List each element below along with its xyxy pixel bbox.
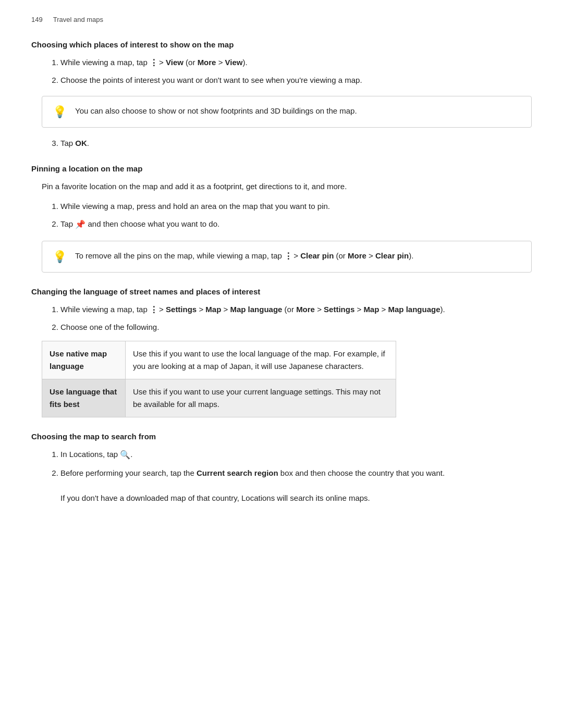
step-2-pinning: Tap 📌 and then choose what you want to d… [60, 218, 532, 231]
table-cell-fits-desc: Use this if you want to use your current… [126, 379, 396, 417]
tip-text-footprints: You can also choose to show or not show … [75, 105, 357, 117]
section-pinning: Pinning a location on the map Pin a favo… [31, 164, 532, 273]
pinning-description: Pin a favorite location on the map and a… [42, 180, 532, 193]
step-3-places: Tap OK. [60, 137, 532, 150]
table-cell-native-desc: Use this if you want to use the local la… [126, 341, 396, 379]
lightbulb-icon-2: 💡 [53, 250, 67, 264]
section-search-from: Choosing the map to search from In Locat… [31, 432, 532, 504]
step-1-search: In Locations, tap 🔍. [60, 448, 532, 462]
language-table: Use native map language Use this if you … [42, 341, 396, 417]
section-heading-pinning: Pinning a location on the map [31, 164, 532, 173]
section-heading-language: Changing the language of street names an… [31, 287, 532, 296]
tip-box-clear-pin: 💡 To remove all the pins on the map, whi… [42, 241, 532, 273]
note-search: If you don't have a downloaded map of th… [60, 493, 370, 502]
step-2-language: Choose one of the following. [60, 321, 532, 334]
page-header: 149 Travel and maps [31, 16, 532, 23]
section-places-of-interest: Choosing which places of interest to sho… [31, 40, 532, 150]
lightbulb-icon-1: 💡 [53, 105, 67, 119]
page-title: Travel and maps [53, 16, 103, 23]
menu-icon-1: ⋮ [150, 59, 157, 67]
table-row-native: Use native map language Use this if you … [42, 341, 396, 379]
search-icon: 🔍 [120, 448, 130, 462]
step-1-language: While viewing a map, tap ⋮ > Settings > … [60, 303, 532, 316]
pin-icon: 📌 [75, 218, 85, 231]
section-heading-places: Choosing which places of interest to sho… [31, 40, 532, 49]
tip-box-footprints: 💡 You can also choose to show or not sho… [42, 96, 532, 128]
menu-icon-3: ⋮ [150, 306, 157, 314]
section-language: Changing the language of street names an… [31, 287, 532, 417]
section-heading-search-from: Choosing the map to search from [31, 432, 532, 441]
step-2-places: Choose the points of interest you want o… [60, 74, 532, 87]
table-cell-fits-label: Use language that fits best [42, 379, 126, 417]
step-1-pinning: While viewing a map, press and hold an a… [60, 200, 532, 213]
step-2-search: Before performing your search, tap the C… [60, 467, 532, 504]
menu-icon-2: ⋮ [284, 252, 291, 261]
page-number: 149 [31, 16, 43, 23]
table-row-fits-best: Use language that fits best Use this if … [42, 379, 396, 417]
table-cell-native-label: Use native map language [42, 341, 126, 379]
step-1-places: While viewing a map, tap ⋮ > View (or Mo… [60, 56, 532, 69]
tip-text-clear-pin: To remove all the pins on the map, while… [75, 250, 413, 262]
